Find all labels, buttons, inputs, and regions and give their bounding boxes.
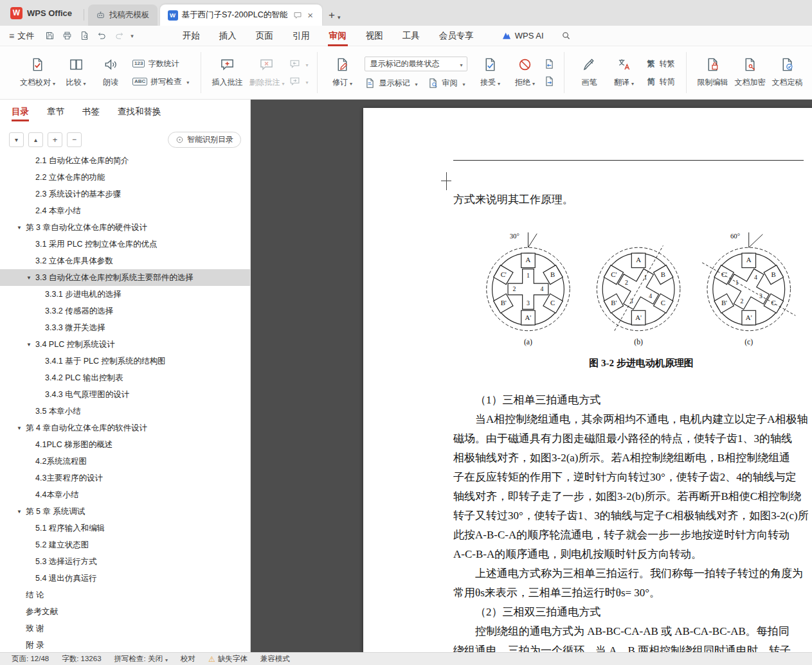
- toc-item[interactable]: 4.2系统流程图: [0, 453, 250, 470]
- sidebar-tab[interactable]: 查找和替换: [118, 100, 161, 123]
- menu-tab[interactable]: 视图: [356, 26, 393, 46]
- wps-ai-button[interactable]: WPS AI: [501, 31, 544, 41]
- collapse-all-button[interactable]: [9, 132, 24, 147]
- proofread-status[interactable]: 校对: [174, 654, 202, 664]
- ink-brush-button[interactable]: 画笔: [572, 46, 606, 99]
- save-button[interactable]: [42, 28, 57, 44]
- close-tab-icon[interactable]: [306, 10, 314, 21]
- toc-item[interactable]: 第 5 章 系统调试: [0, 503, 250, 520]
- toc-item[interactable]: 附 录: [0, 637, 250, 652]
- missing-font-warning[interactable]: 缺失字体: [202, 654, 254, 664]
- toc-item[interactable]: 第 4 章自动化立体仓库的软件设计: [0, 420, 250, 436]
- new-tab-button[interactable]: [329, 9, 335, 22]
- toc-item[interactable]: 5.4 退出仿真运行: [0, 570, 250, 587]
- next-comment-button[interactable]: [289, 76, 308, 87]
- toc-item[interactable]: 5.3 选择运行方式: [0, 553, 250, 570]
- smart-toc-button[interactable]: 智能识别目录: [168, 132, 241, 148]
- toc-item[interactable]: 3.3.3 微开关选择: [0, 319, 250, 336]
- toc-item[interactable]: 4.4本章小结: [0, 486, 250, 503]
- tab-list-chevron-icon[interactable]: [338, 14, 341, 21]
- menu-tab[interactable]: 审阅: [320, 26, 356, 46]
- next-change-button[interactable]: [544, 76, 555, 87]
- expand-triangle-icon[interactable]: [17, 425, 26, 431]
- previous-comment-button[interactable]: [289, 58, 308, 69]
- reject-change-button[interactable]: 拒绝: [507, 46, 542, 99]
- toc-item[interactable]: 3.4.1 基于 PLC 控制系统的结构图: [0, 353, 250, 369]
- sidebar-tab[interactable]: 书签: [82, 100, 100, 123]
- redo-button[interactable]: [111, 28, 127, 44]
- toc-item[interactable]: 2.2 立体仓库的功能: [0, 169, 250, 186]
- toc-item[interactable]: 4.3主要程序的设计: [0, 470, 250, 486]
- menu-tab[interactable]: 插入: [210, 26, 246, 46]
- toc-item[interactable]: 5.2 建立状态图: [0, 536, 250, 553]
- toc-item[interactable]: 5.1 程序输入和编辑: [0, 520, 250, 536]
- document-tab-active[interactable]: W 基于西门子S7-200PLC的智能: [160, 4, 322, 26]
- toc-item[interactable]: 结 论: [0, 587, 250, 603]
- expand-all-button[interactable]: [28, 132, 43, 147]
- toc-item-label: 附 录: [26, 640, 44, 651]
- toc-item[interactable]: 3.4.3 电气原理图的设计: [0, 386, 250, 403]
- expand-triangle-icon[interactable]: [17, 509, 26, 515]
- menu-tab[interactable]: 页面: [246, 26, 283, 46]
- expand-triangle-icon[interactable]: [17, 225, 26, 231]
- track-changes-button[interactable]: 修订: [325, 46, 359, 99]
- toc-item[interactable]: 3.5 本章小结: [0, 403, 250, 420]
- proofread-button[interactable]: 文档校对: [17, 46, 59, 99]
- restrict-editing-button[interactable]: 限制编辑: [694, 46, 731, 99]
- quick-access-chevron-icon[interactable]: [129, 33, 136, 39]
- toc-item[interactable]: 3.3.1 步进电机的选择: [0, 286, 250, 303]
- word-count-button[interactable]: 字数统计: [132, 58, 189, 69]
- expand-triangle-icon[interactable]: [26, 275, 35, 281]
- toc-item[interactable]: 3.3 自动化立体仓库控制系统主要部件的选择: [0, 269, 250, 286]
- toc-item[interactable]: 4.1PLC 梯形图的概述: [0, 436, 250, 453]
- print-preview-button[interactable]: [77, 28, 92, 44]
- translate-button[interactable]: 翻译: [606, 46, 641, 99]
- read-aloud-button[interactable]: 朗读: [93, 46, 128, 99]
- markup-state-select[interactable]: 显示标记的最终状态: [365, 57, 467, 71]
- toc-item[interactable]: 3.1 采用 PLC 控制立体仓库的优点: [0, 236, 250, 253]
- zoom-out-button[interactable]: [67, 132, 82, 147]
- to-traditional-button[interactable]: 转繁: [645, 58, 674, 69]
- spell-check-button[interactable]: 拼写检查: [132, 76, 189, 87]
- menu-tab[interactable]: 开始: [173, 26, 210, 46]
- toc-item[interactable]: 3.2 立体仓库具体参数: [0, 253, 250, 269]
- document-page[interactable]: 方式来说明其工作原理。 A B C A' B' C' 1 2 3 4 (a: [363, 108, 812, 652]
- toc-item[interactable]: 2.3 系统设计的基本步骤: [0, 186, 250, 202]
- show-markup-button[interactable]: 显示标记: [365, 78, 417, 89]
- delete-comment-button[interactable]: 删除批注: [246, 46, 287, 99]
- review-pane-button[interactable]: 审阅: [428, 78, 465, 89]
- encrypt-document-button[interactable]: 文档加密: [731, 46, 768, 99]
- finalize-document-button[interactable]: 文档定稿: [768, 46, 806, 99]
- compatibility-mode-badge[interactable]: 兼容模式: [254, 654, 296, 664]
- menu-tab[interactable]: 会员专享: [429, 26, 483, 46]
- toc-item[interactable]: 3.3.2 传感器的选择: [0, 303, 250, 319]
- toc-item[interactable]: 3.4.2 PLC 输出控制表: [0, 369, 250, 386]
- sidebar-tab[interactable]: 目录: [12, 100, 29, 123]
- sidebar-tab[interactable]: 章节: [47, 100, 64, 123]
- document-tab-template-store[interactable]: 找稿壳模板: [88, 4, 158, 26]
- previous-change-button[interactable]: [544, 58, 555, 69]
- zoom-in-button[interactable]: [48, 132, 62, 147]
- file-menu-button[interactable]: 文件: [0, 30, 42, 42]
- wps-home-button[interactable]: W WPS Office: [0, 0, 82, 26]
- to-simplified-button[interactable]: 转简: [645, 76, 674, 87]
- print-button[interactable]: [59, 28, 75, 44]
- expand-triangle-icon[interactable]: [26, 342, 35, 348]
- toc-item[interactable]: 3.4 PLC 控制系统设计: [0, 336, 250, 353]
- search-button[interactable]: [558, 28, 575, 44]
- toc-item[interactable]: 致 谢: [0, 620, 250, 637]
- toc-item[interactable]: 参考文献: [0, 603, 250, 620]
- accept-change-button[interactable]: 接受: [473, 46, 507, 99]
- compare-button[interactable]: 比较: [59, 46, 93, 99]
- undo-button[interactable]: [94, 28, 109, 44]
- spellcheck-status[interactable]: 拼写检查: 关闭: [108, 654, 174, 664]
- toc-item[interactable]: 2.4 本章小结: [0, 202, 250, 219]
- menu-tab[interactable]: 引用: [283, 26, 320, 46]
- page-indicator[interactable]: 页面: 12/48: [5, 654, 55, 664]
- markup-doc-icon: [365, 78, 375, 89]
- word-count-indicator[interactable]: 字数: 13263: [55, 654, 107, 664]
- menu-tab[interactable]: 工具: [393, 26, 429, 46]
- insert-comment-button[interactable]: 插入批注: [208, 46, 246, 99]
- toc-item[interactable]: 第 3 章自动化立体仓库的硬件设计: [0, 219, 250, 236]
- toc-item[interactable]: 2.1 自动化立体仓库的简介: [0, 152, 250, 169]
